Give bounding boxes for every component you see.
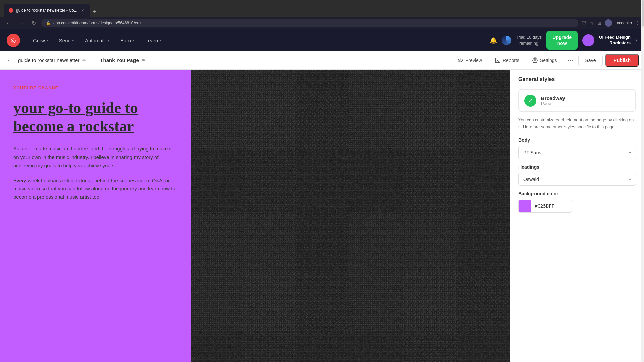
logo[interactable]: ◎ (7, 34, 20, 47)
eye-icon (457, 57, 463, 63)
menu-icon[interactable]: ⋮ (635, 20, 640, 26)
form-name: guide to rockstar newsletter ✏ (18, 57, 86, 63)
panel-description: You can customize each element on the pa… (518, 117, 636, 131)
nav-links: Grow ▾ Send ▾ Automate ▾ Earn ▾ Learn ▾ (28, 35, 490, 46)
refresh-button[interactable]: ↻ (30, 19, 38, 27)
back-button[interactable]: ← (4, 19, 13, 27)
settings-button[interactable]: Settings (527, 55, 562, 66)
lock-icon: 🔒 (46, 21, 51, 25)
star-icon[interactable]: ☆ (590, 20, 594, 26)
nav-grow[interactable]: Grow ▾ (28, 35, 53, 46)
earn-chevron: ▾ (132, 38, 135, 43)
editor-toolbar: ← guide to rockstar newsletter ✏ Thank Y… (0, 51, 644, 70)
template-name: Broadway (541, 95, 565, 101)
save-button[interactable]: Save (578, 55, 603, 66)
toolbar-divider (93, 56, 93, 65)
reports-button[interactable]: Reports (490, 55, 524, 66)
headings-font-select[interactable]: Oswald ▾ (518, 173, 636, 186)
svg-point-1 (460, 60, 461, 61)
body-font-chevron: ▾ (629, 150, 631, 155)
automate-chevron: ▾ (108, 38, 110, 43)
template-info: Broadway Page (541, 95, 565, 106)
browser-chrome: guide to rockstar newsletter - Co... ✕ + (0, 0, 644, 17)
user-avatar-small[interactable] (605, 19, 612, 27)
template-sub: Page (541, 101, 565, 106)
hero-heading: your go-to guide tobecome a rockstar (13, 99, 178, 135)
color-hex-value: #C25DFF (531, 203, 558, 209)
canvas-inner: YOUTUBE CHANNEL your go-to guide tobecom… (0, 70, 510, 362)
template-check-icon: ✓ (524, 95, 536, 107)
workspace-name: UI Feed Design Rockstars (599, 35, 631, 46)
svg-point-2 (534, 59, 536, 61)
profile-icon: ⊞ (597, 20, 601, 26)
color-section: Background color #C25DFF (518, 191, 636, 213)
right-panel: General styles ✓ Broadway Page You can c… (510, 70, 644, 362)
chart-icon (495, 57, 501, 63)
headings-font-label: Headings (518, 164, 636, 170)
active-tab[interactable]: guide to rockstar newsletter - Co... ✕ (4, 4, 90, 17)
forward-button[interactable]: → (17, 19, 26, 27)
purple-section[interactable]: YOUTUBE CHANNEL your go-to guide tobecom… (0, 70, 191, 362)
texture-svg (191, 70, 510, 362)
dark-section (191, 70, 510, 362)
grow-chevron: ▾ (46, 38, 48, 43)
nav-send[interactable]: Send ▾ (54, 35, 79, 46)
nav-earn[interactable]: Earn ▾ (116, 35, 139, 46)
learn-chevron: ▾ (159, 38, 161, 43)
trial-text: Trial: 10 days remaining (516, 34, 542, 46)
user-avatar[interactable] (582, 34, 594, 46)
address-bar[interactable]: 🔒 app.convertkit.com/forms/designers/564… (41, 19, 578, 27)
svg-point-0 (458, 59, 463, 62)
panel-section-main: General styles ✓ Broadway Page You can c… (510, 70, 644, 219)
page-name: Thank You Page ✏ (100, 57, 145, 63)
hero-body-para2: Every week I upload a vlog, tutorial, be… (13, 177, 178, 201)
nav-right: 🔔 Trial: 10 days remaining Upgrade now U… (490, 31, 637, 50)
scroll-track[interactable] (641, 70, 644, 362)
tab-title: guide to rockstar newsletter - Co... (16, 8, 77, 13)
send-chevron: ▾ (72, 38, 74, 43)
body-font-select[interactable]: PT Sans ▾ (518, 146, 636, 159)
more-options-button[interactable]: ⋯ (565, 55, 576, 66)
back-to-forms-button[interactable]: ← (5, 55, 14, 65)
settings-icon (532, 57, 538, 63)
nav-automate[interactable]: Automate ▾ (80, 35, 114, 46)
nav-extras: 🛡 ☆ ⊞ Incognito ⋮ (582, 19, 640, 27)
browser-nav: ← → ↻ 🔒 app.convertkit.com/forms/designe… (0, 17, 644, 29)
panel-title: General styles (518, 76, 636, 82)
main-content: YOUTUBE CHANNEL your go-to guide tobecom… (0, 70, 644, 362)
color-swatch (519, 200, 531, 212)
toolbar-right: Preview Reports Settings ⋯ Save Publish (452, 54, 639, 67)
guide-underline: guide (85, 99, 121, 116)
workspace-chevron[interactable]: ▾ (635, 38, 637, 43)
edit-form-name-icon[interactable]: ✏ (82, 58, 86, 63)
youtube-channel-label: YOUTUBE CHANNEL (13, 86, 178, 90)
template-card[interactable]: ✓ Broadway Page (518, 89, 636, 112)
edit-page-name-icon[interactable]: ✏ (142, 58, 146, 63)
nav-learn[interactable]: Learn ▾ (141, 35, 166, 46)
shield-icon: 🛡 (582, 20, 586, 26)
tab-close-button[interactable]: ✕ (80, 8, 85, 13)
hero-body-para1: As a self-made musician, I understand th… (13, 145, 178, 170)
spinner-icon (502, 36, 511, 45)
address-text: app.convertkit.com/forms/designers/56468… (53, 21, 141, 25)
bg-color-input[interactable]: #C25DFF (518, 200, 572, 213)
bg-color-label: Background color (518, 191, 636, 196)
publish-button[interactable]: Publish (605, 54, 639, 67)
incognito-label: Incognito (615, 21, 632, 25)
canvas-area[interactable]: YOUTUBE CHANNEL your go-to guide tobecom… (0, 70, 510, 362)
bell-icon[interactable]: 🔔 (490, 37, 497, 44)
upgrade-button[interactable]: Upgrade now (546, 31, 578, 50)
preview-button[interactable]: Preview (452, 55, 487, 66)
tab-favicon (9, 8, 13, 13)
headings-font-chevron: ▾ (629, 177, 631, 182)
app-navbar: ◎ Grow ▾ Send ▾ Automate ▾ Earn ▾ Learn … (0, 29, 644, 51)
browser-tabs: guide to rockstar newsletter - Co... ✕ + (4, 0, 99, 17)
svg-rect-3 (191, 70, 510, 362)
body-font-label: Body (518, 137, 636, 143)
new-tab-button[interactable]: + (90, 7, 99, 17)
